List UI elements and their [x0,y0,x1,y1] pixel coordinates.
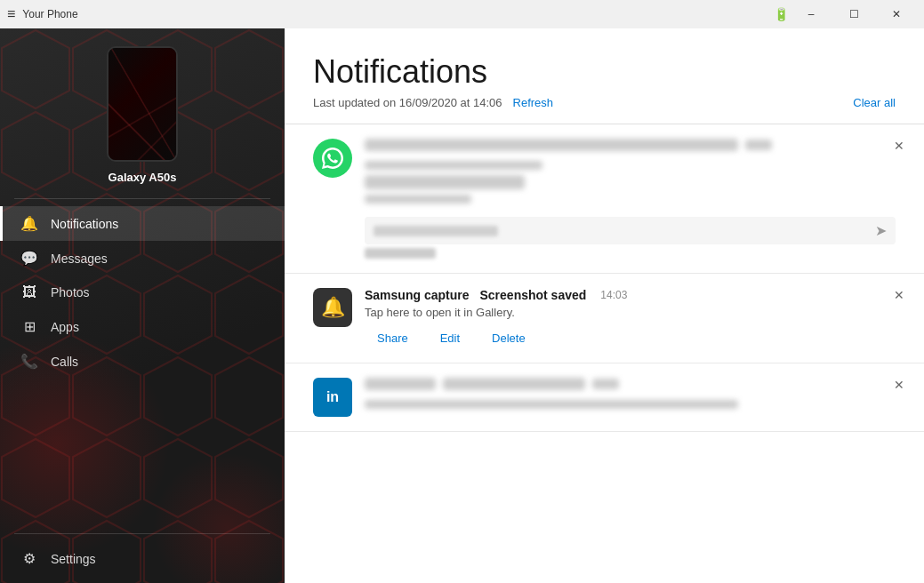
notification-whatsapp: ✕ [285,124,924,274]
bell-icon: 🔔 [20,215,38,232]
sidebar-item-apps[interactable]: ⊞ Apps [0,309,285,344]
phone-frame [107,46,178,162]
notifications-meta: Last updated on 16/09/2020 at 14:06 Refr… [313,96,896,109]
notifications-header: Notifications Last updated on 16/09/2020… [285,28,924,124]
linkedin-avatar: in [313,378,352,417]
linkedin-body [365,378,896,413]
samsung-body: Samsung capture Screenshot saved 14:03 T… [365,288,896,348]
edit-button[interactable]: Edit [428,328,472,348]
samsung-app-name: Samsung capture [365,288,469,302]
sidebar-content: Galaxy A50s 🔔 Notifications 💬 Messages 🖼… [0,28,285,583]
calls-icon: 📞 [20,353,38,370]
linkedin-blurred-sub [365,400,738,409]
notif-top-row-linkedin: in [313,378,896,417]
whatsapp-blurred-sub1 [365,161,542,170]
settings-icon: ⚙ [20,550,38,567]
app-body: Galaxy A50s 🔔 Notifications 💬 Messages 🖼… [0,28,924,583]
title-bar: ≡ Your Phone 🔋 – ☐ ✕ [0,0,924,28]
whatsapp-body [365,139,896,208]
sidebar-item-label: Notifications [51,217,118,231]
sidebar-item-messages[interactable]: 💬 Messages [0,241,285,276]
samsung-actions: Share Edit Delete [365,328,869,348]
linkedin-blurred-title [443,378,585,390]
samsung-header: Samsung capture Screenshot saved 14:03 [365,288,869,302]
minimize-button[interactable]: – [791,0,832,28]
sidebar-item-calls[interactable]: 📞 Calls [0,344,285,379]
sidebar-item-label: Calls [51,355,78,369]
notif-top-row-samsung: 🔔 Samsung capture Screenshot saved 14:03… [313,288,896,348]
main-content: Notifications Last updated on 16/09/2020… [285,28,924,583]
notification-linkedin: ✕ in [285,363,924,432]
reply-send-button[interactable]: ➤ [875,222,887,239]
delete-button[interactable]: Delete [479,328,538,348]
close-button[interactable]: ✕ [876,0,917,28]
samsung-notif-title: Screenshot saved [479,288,586,302]
sidebar-item-settings[interactable]: ⚙ Settings [0,541,285,576]
phone-preview: Galaxy A50s [0,28,285,198]
hamburger-icon[interactable]: ≡ [7,6,15,22]
close-samsung-button[interactable]: ✕ [888,284,910,306]
close-linkedin-button[interactable]: ✕ [888,374,910,395]
notifications-title: Notifications [313,53,896,91]
notification-samsung-capture: ✕ 🔔 Samsung capture Screenshot saved 14:… [285,274,924,363]
notif-top-row [313,139,896,208]
phone-screen [108,48,176,160]
last-updated-text: Last updated on 16/09/2020 at 14:06 [313,96,502,109]
device-name: Galaxy A50s [108,171,177,184]
samsung-time: 14:03 [600,289,627,301]
whatsapp-reply-area: ➤ [365,217,896,259]
whatsapp-blurred-title [365,139,738,151]
apps-icon: ⊞ [20,318,38,335]
maximize-button[interactable]: ☐ [833,0,874,28]
sidebar-item-label: Photos [51,285,90,299]
reply-input-row[interactable]: ➤ [365,217,896,244]
share-button[interactable]: Share [365,328,421,348]
nav-list: 🔔 Notifications 💬 Messages 🖼 Photos ⊞ Ap… [0,199,285,386]
sidebar-item-label: Apps [51,320,79,334]
app-title: Your Phone [22,8,77,20]
sidebar-item-label: Messages [51,252,108,266]
reply-input-placeholder [374,226,498,236]
sidebar-item-notifications[interactable]: 🔔 Notifications [0,206,285,241]
title-bar-left: ≡ Your Phone [7,6,78,22]
refresh-button[interactable]: Refresh [513,96,554,109]
whatsapp-blurred-time [745,140,772,150]
sidebar-bottom-divider [14,533,270,534]
reply-bottom-row [365,248,436,259]
linkedin-blurred-name [365,378,436,390]
whatsapp-avatar [313,139,352,178]
battery-icon: 🔋 [774,7,789,21]
linkedin-blurred-time [592,379,619,389]
linkedin-header-row [365,378,869,395]
samsung-sub-text: Tap here to open it in Gallery. [365,306,869,319]
close-whatsapp-button[interactable]: ✕ [888,135,910,156]
title-bar-controls: 🔋 – ☐ ✕ [774,0,917,28]
sidebar-item-photos[interactable]: 🖼 Photos [0,276,285,309]
messages-icon: 💬 [20,250,38,267]
whatsapp-blurred-name [365,175,525,189]
samsung-avatar: 🔔 [313,288,352,327]
photos-icon: 🖼 [20,284,38,300]
sidebar-settings-label: Settings [51,552,96,566]
whatsapp-blurred-sub2 [365,195,471,204]
clear-all-button[interactable]: Clear all [853,96,896,109]
sidebar: Galaxy A50s 🔔 Notifications 💬 Messages 🖼… [0,28,285,583]
sidebar-bottom: ⚙ Settings [0,533,285,583]
notifications-list: ✕ [285,124,924,583]
